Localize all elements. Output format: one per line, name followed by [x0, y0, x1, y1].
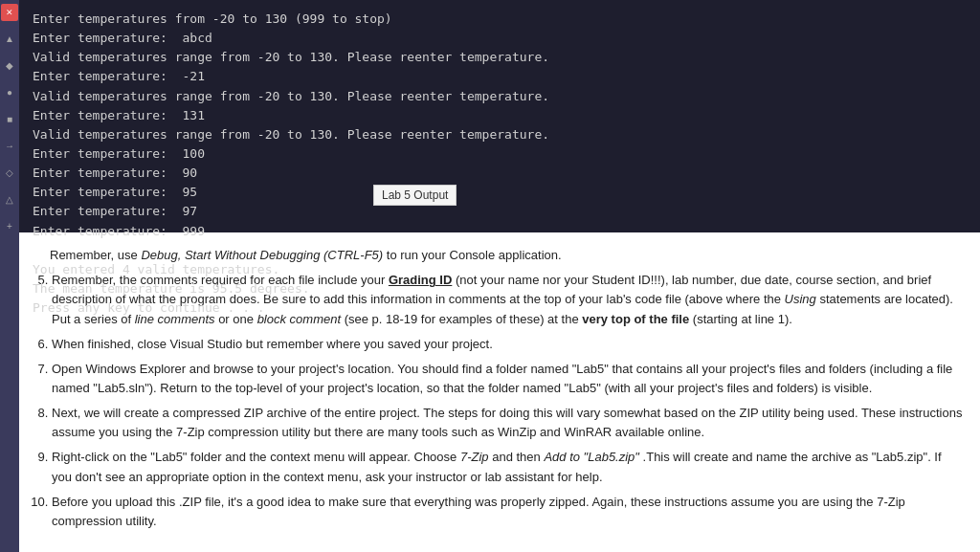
main-content: Enter temperatures from -20 to 130 (999 … — [19, 0, 980, 552]
terminal-text: Enter temperatures from -20 to 130 (999 … — [33, 10, 967, 318]
sidebar-close-btn[interactable]: ✕ — [1, 4, 18, 21]
list-item: Next, we will create a compressed ZIP ar… — [52, 404, 965, 442]
sidebar-icon-7[interactable]: △ — [2, 191, 17, 207]
sidebar-icon-5[interactable]: → — [2, 138, 17, 153]
sidebar-icon-2[interactable]: ◆ — [2, 57, 17, 73]
sidebar: ✕ ▲ ◆ ● ■ → ◇ △ + — [0, 0, 19, 552]
sidebar-icon-3[interactable]: ● — [2, 84, 17, 99]
tooltip-lab5-output: Lab 5 Output — [373, 185, 457, 206]
sidebar-icon-1[interactable]: ▲ — [2, 31, 17, 46]
sidebar-icon-4[interactable]: ■ — [2, 111, 17, 126]
terminal-output: Enter temperatures from -20 to 130 (999 … — [19, 0, 980, 232]
list-item: Before you upload this .ZIP file, it's a… — [52, 493, 965, 531]
list-item: When finished, close Visual Studio but r… — [52, 335, 965, 354]
list-item: Right-click on the "Lab5" folder and the… — [52, 448, 965, 486]
list-item: Open Windows Explorer and browse to your… — [52, 360, 965, 398]
sidebar-icon-8[interactable]: + — [2, 218, 17, 233]
sidebar-icon-6[interactable]: ◇ — [2, 165, 17, 180]
